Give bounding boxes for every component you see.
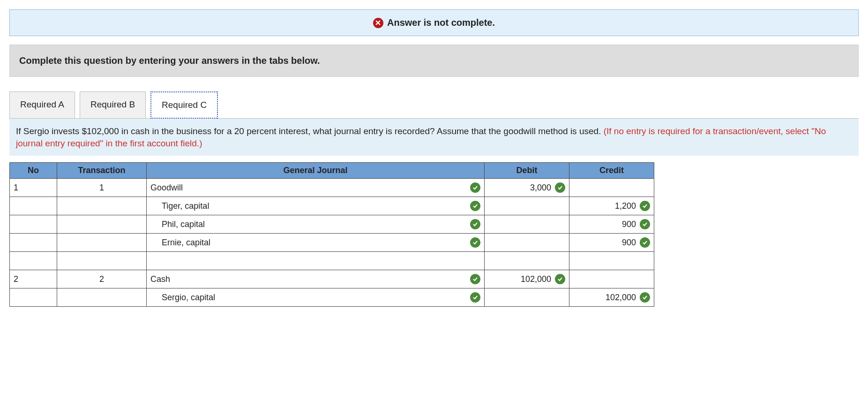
cell-debit[interactable]: 102,000 xyxy=(485,270,569,288)
cell-transaction xyxy=(57,197,147,215)
status-text: Answer is not complete. xyxy=(387,17,495,28)
check-icon xyxy=(640,201,650,211)
cell-no xyxy=(10,215,57,234)
cell-credit[interactable]: 1,200 xyxy=(569,197,654,215)
cell-credit[interactable]: 900 xyxy=(569,215,654,234)
cell-debit[interactable] xyxy=(485,197,569,215)
account-label: Phil, capital xyxy=(150,220,205,229)
cell-credit[interactable] xyxy=(569,179,654,197)
header-no: No xyxy=(10,163,57,179)
cell-no xyxy=(10,288,57,307)
credit-value: 900 xyxy=(622,238,636,248)
account-label: Cash xyxy=(150,274,170,284)
header-journal: General Journal xyxy=(147,163,485,179)
cell-no: 2 xyxy=(10,270,57,288)
credit-value: 102,000 xyxy=(606,293,636,303)
cell-account[interactable] xyxy=(147,252,485,270)
cell-debit[interactable] xyxy=(485,288,569,307)
cell-account[interactable]: Cash xyxy=(147,270,485,288)
account-label: Sergio, capital xyxy=(150,293,215,303)
cell-debit[interactable] xyxy=(485,234,569,252)
cell-transaction: 1 xyxy=(57,179,147,197)
cell-no: 1 xyxy=(10,179,57,197)
cell-transaction: 2 xyxy=(57,270,147,288)
account-label: Goodwill xyxy=(150,183,183,193)
credit-value: 900 xyxy=(622,220,636,229)
header-credit: Credit xyxy=(569,163,654,179)
cell-account[interactable]: Tiger, capital xyxy=(147,197,485,215)
check-icon xyxy=(555,182,565,193)
table-row: 22Cash102,000 xyxy=(10,270,654,288)
instruction-bar: Complete this question by entering your … xyxy=(9,45,859,77)
table-row: Phil, capital900 xyxy=(10,215,654,234)
cell-transaction xyxy=(57,215,147,234)
tab-strip: Required A Required B Required C xyxy=(9,91,859,118)
table-row: Tiger, capital1,200 xyxy=(10,197,654,215)
tab-required-a[interactable]: Required A xyxy=(9,91,75,119)
cell-account[interactable]: Sergio, capital xyxy=(147,288,485,307)
debit-value: 3,000 xyxy=(530,183,551,193)
check-icon xyxy=(470,274,480,284)
debit-value: 102,000 xyxy=(521,274,551,284)
cell-credit[interactable] xyxy=(569,252,654,270)
question-body: If Sergio invests $102,000 in cash in th… xyxy=(16,126,604,136)
cell-transaction xyxy=(57,234,147,252)
cell-debit[interactable] xyxy=(485,215,569,234)
account-label: Tiger, capital xyxy=(150,201,209,211)
question-panel: If Sergio invests $102,000 in cash in th… xyxy=(9,118,859,156)
cell-transaction xyxy=(57,252,147,270)
cell-no xyxy=(10,252,57,270)
credit-value: 1,200 xyxy=(615,201,636,211)
error-icon xyxy=(373,18,383,28)
cell-account[interactable]: Phil, capital xyxy=(147,215,485,234)
cell-credit[interactable] xyxy=(569,270,654,288)
status-bar: Answer is not complete. xyxy=(9,9,859,36)
cell-no xyxy=(10,234,57,252)
instruction-text: Complete this question by entering your … xyxy=(19,55,320,66)
cell-no xyxy=(10,197,57,215)
check-icon xyxy=(640,292,650,303)
check-icon xyxy=(470,182,480,193)
cell-debit[interactable]: 3,000 xyxy=(485,179,569,197)
cell-debit[interactable] xyxy=(485,252,569,270)
table-row: 11Goodwill3,000 xyxy=(10,179,654,197)
check-icon xyxy=(470,201,480,211)
cell-credit[interactable]: 102,000 xyxy=(569,288,654,307)
header-debit: Debit xyxy=(485,163,569,179)
cell-transaction xyxy=(57,288,147,307)
journal-table: No Transaction General Journal Debit Cre… xyxy=(9,162,654,307)
table-row: Ernie, capital900 xyxy=(10,234,654,252)
check-icon xyxy=(470,237,480,248)
table-row xyxy=(10,252,654,270)
header-transaction: Transaction xyxy=(57,163,147,179)
tab-required-b[interactable]: Required B xyxy=(80,91,146,119)
cell-account[interactable]: Ernie, capital xyxy=(147,234,485,252)
table-row: Sergio, capital102,000 xyxy=(10,288,654,307)
cell-credit[interactable]: 900 xyxy=(569,234,654,252)
check-icon xyxy=(555,274,565,284)
cell-account[interactable]: Goodwill xyxy=(147,179,485,197)
tab-required-c[interactable]: Required C xyxy=(150,91,218,119)
check-icon xyxy=(640,219,650,229)
check-icon xyxy=(470,219,480,229)
check-icon xyxy=(640,237,650,248)
check-icon xyxy=(470,292,480,303)
account-label: Ernie, capital xyxy=(150,238,210,248)
